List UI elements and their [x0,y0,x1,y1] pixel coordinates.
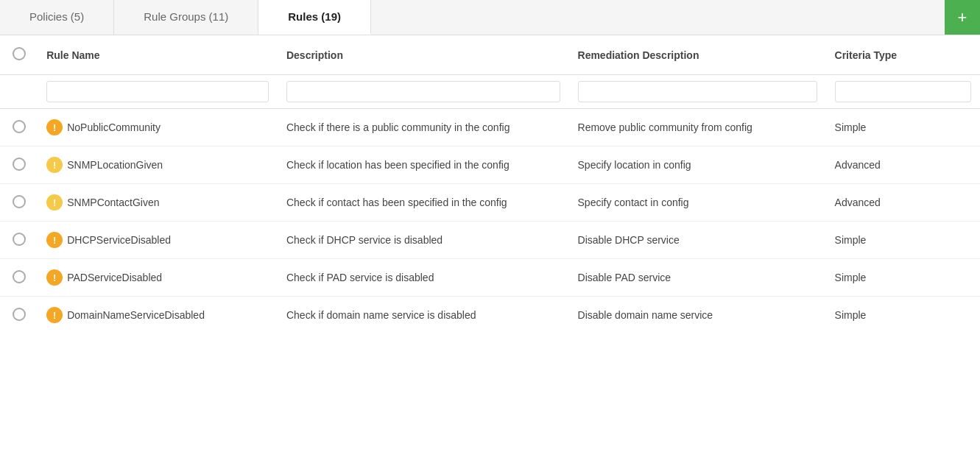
row-select-cell-4 [0,259,38,297]
table-row: ! DomainNameServiceDisabled Check if dom… [0,297,980,334]
rule-name-content-3: ! DHCPServiceDisabled [46,232,269,248]
row-select-cell-0 [0,109,38,146]
col-header-criteria: Criteria Type [826,35,980,75]
tab-rule-groups-label: Rule Groups [144,10,205,23]
rule-name-content-5: ! DomainNameServiceDisabled [46,307,269,323]
filter-criteria-input[interactable] [835,81,971,102]
row-rem-cell-0: Remove public community from config [569,109,826,146]
row-desc-cell-4: Check if PAD service is disabled [278,259,569,297]
rule-name-text-1: SNMPLocationGiven [67,159,163,171]
row-criteria-cell-1: Advanced [826,146,980,184]
row-name-cell-4: ! PADServiceDisabled [38,259,278,297]
filter-criteria-cell [826,75,980,109]
rule-name-text-3: DHCPServiceDisabled [67,234,171,246]
rule-icon-5: ! [46,307,63,323]
row-select-cell-1 [0,146,38,184]
filter-name-cell [38,75,278,109]
filter-rem-cell [569,75,826,109]
row-desc-cell-3: Check if DHCP service is disabled [278,222,569,259]
row-criteria-cell-0: Simple [826,109,980,146]
table-row: ! NoPublicCommunity Check if there is a … [0,109,980,146]
tab-policies-label: Policies [29,10,68,23]
row-radio-5[interactable] [13,308,26,321]
filter-row [0,75,980,109]
row-name-cell-1: ! SNMPLocationGiven [38,146,278,184]
tab-rule-groups-count: 11 [213,10,225,23]
row-name-cell-0: ! NoPublicCommunity [38,109,278,146]
row-desc-cell-5: Check if domain name service is disabled [278,297,569,334]
row-desc-cell-0: Check if there is a public community in … [278,109,569,146]
row-desc-cell-2: Check if contact has been specified in t… [278,184,569,222]
row-name-cell-2: ! SNMPContactGiven [38,184,278,222]
col-header-rule-name: Rule Name [38,35,278,75]
add-rule-button[interactable]: + [945,0,980,35]
rule-name-text-4: PADServiceDisabled [67,272,162,283]
tab-policies[interactable]: Policies (5) [0,0,114,35]
table-row: ! PADServiceDisabled Check if PAD servic… [0,259,980,297]
rules-table-wrap: Rule Name Description Remediation Descri… [0,35,980,333]
col-header-description: Description [278,35,569,75]
row-criteria-cell-5: Simple [826,297,980,334]
rule-name-content-1: ! SNMPLocationGiven [46,157,269,173]
rule-icon-1: ! [46,157,63,173]
row-radio-4[interactable] [13,270,26,283]
row-radio-1[interactable] [13,158,26,171]
row-criteria-cell-4: Simple [826,259,980,297]
rule-name-content-4: ! PADServiceDisabled [46,269,269,286]
rule-name-text-0: NoPublicCommunity [67,121,161,133]
row-desc-cell-1: Check if location has been specified in … [278,146,569,184]
row-select-cell-2 [0,184,38,222]
rule-name-content-0: ! NoPublicCommunity [46,119,269,135]
tab-rules-count: 19 [325,10,337,23]
filter-desc-cell [278,75,569,109]
row-radio-2[interactable] [13,195,26,208]
row-rem-cell-4: Disable PAD service [569,259,826,297]
filter-rem-input[interactable] [578,81,817,102]
table-header-row: Rule Name Description Remediation Descri… [0,35,980,75]
rule-icon-3: ! [46,232,63,248]
row-name-cell-3: ! DHCPServiceDisabled [38,222,278,259]
row-select-cell-5 [0,297,38,334]
row-rem-cell-3: Disable DHCP service [569,222,826,259]
row-radio-3[interactable] [13,233,26,246]
table-row: ! SNMPLocationGiven Check if location ha… [0,146,980,184]
row-criteria-cell-2: Advanced [826,184,980,222]
filter-select-cell [0,75,38,109]
filter-name-input[interactable] [46,81,269,102]
rule-icon-0: ! [46,119,63,135]
rule-name-text-2: SNMPContactGiven [67,197,159,208]
col-header-select [0,35,38,75]
rule-icon-4: ! [46,269,63,286]
row-rem-cell-2: Specify contact in config [569,184,826,222]
rule-name-text-5: DomainNameServiceDisabled [67,309,205,321]
rule-name-content-2: ! SNMPContactGiven [46,194,269,211]
row-criteria-cell-3: Simple [826,222,980,259]
row-name-cell-5: ! DomainNameServiceDisabled [38,297,278,334]
table-row: ! DHCPServiceDisabled Check if DHCP serv… [0,222,980,259]
select-all-radio[interactable] [13,47,26,60]
row-radio-0[interactable] [13,120,26,133]
table-row: ! SNMPContactGiven Check if contact has … [0,184,980,222]
row-rem-cell-1: Specify location in config [569,146,826,184]
filter-desc-input[interactable] [286,81,560,102]
col-header-remediation: Remediation Description [569,35,826,75]
tab-rules[interactable]: Rules (19) [258,0,371,35]
tabs-bar: Policies (5) Rule Groups (11) Rules (19)… [0,0,980,35]
row-select-cell-3 [0,222,38,259]
tab-rule-groups[interactable]: Rule Groups (11) [114,0,258,35]
rules-table: Rule Name Description Remediation Descri… [0,35,980,333]
row-rem-cell-5: Disable domain name service [569,297,826,334]
tab-rules-label: Rules [288,10,318,23]
rule-icon-2: ! [46,194,63,211]
rules-tbody: ! NoPublicCommunity Check if there is a … [0,109,980,334]
tab-policies-count: 5 [74,10,80,23]
